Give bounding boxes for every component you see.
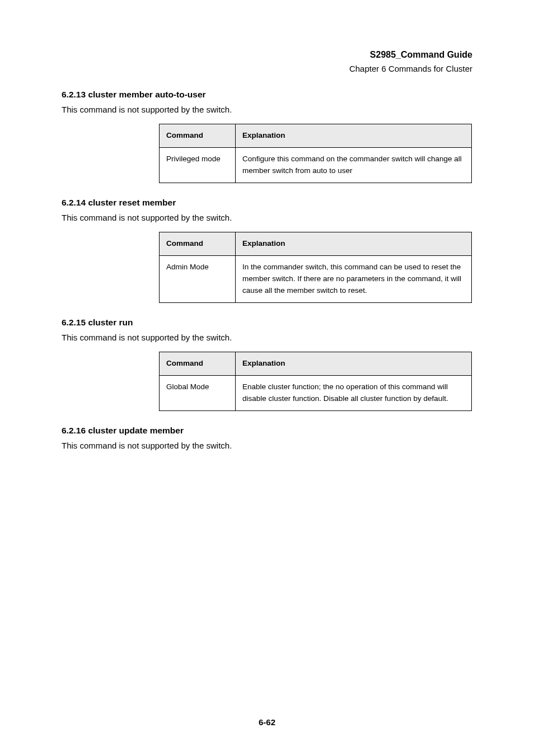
table-head-row: Command Explanation <box>160 232 472 256</box>
product-title: S2985_Command Guide <box>62 48 472 62</box>
td-command: Admin Mode <box>160 256 236 303</box>
th-explanation: Explanation <box>236 352 472 376</box>
chapter-title: Chapter 6 Commands for Cluster <box>62 62 472 75</box>
section-6-2-15: 6.2.15 cluster run This command is not s… <box>62 318 472 411</box>
table-head-row: Command Explanation <box>160 124 472 148</box>
section-6-2-14: 6.2.14 cluster reset member This command… <box>62 198 472 303</box>
th-explanation: Explanation <box>236 232 472 256</box>
section-body: This command is not supported by the swi… <box>62 103 472 116</box>
table-row: Admin Mode In the commander switch, this… <box>160 256 472 303</box>
td-command: Global Mode <box>160 376 236 411</box>
table-head-row: Command Explanation <box>160 352 472 376</box>
td-explanation: Configure this command on the commander … <box>236 148 472 183</box>
th-command: Command <box>160 352 236 376</box>
section-6-2-16: 6.2.16 cluster update member This comman… <box>62 426 472 452</box>
section-body: This command is not supported by the swi… <box>62 211 472 224</box>
section-body: This command is not supported by the swi… <box>62 439 472 452</box>
section-heading: 6.2.16 cluster update member <box>62 426 472 436</box>
section-body: This command is not supported by the swi… <box>62 331 472 344</box>
th-command: Command <box>160 232 236 256</box>
th-explanation: Explanation <box>236 124 472 148</box>
table-row: Global Mode Enable cluster function; the… <box>160 376 472 411</box>
th-command: Command <box>160 124 236 148</box>
page-header-meta: S2985_Command Guide Chapter 6 Commands f… <box>62 48 472 75</box>
page-number: 6-62 <box>0 717 534 727</box>
section-heading: 6.2.14 cluster reset member <box>62 198 472 208</box>
section-heading: 6.2.13 cluster member auto-to-user <box>62 90 472 100</box>
td-command: Privileged mode <box>160 148 236 183</box>
td-explanation: In the commander switch, this command ca… <box>236 256 472 303</box>
command-table: Command Explanation Admin Mode In the co… <box>159 232 472 303</box>
section-heading: 6.2.15 cluster run <box>62 318 472 328</box>
section-6-2-13: 6.2.13 cluster member auto-to-user This … <box>62 90 472 183</box>
command-table: Command Explanation Privileged mode Conf… <box>159 124 472 183</box>
command-table: Command Explanation Global Mode Enable c… <box>159 352 472 411</box>
td-explanation: Enable cluster function; the no operatio… <box>236 376 472 411</box>
document-page: S2985_Command Guide Chapter 6 Commands f… <box>0 0 534 756</box>
table-row: Privileged mode Configure this command o… <box>160 148 472 183</box>
